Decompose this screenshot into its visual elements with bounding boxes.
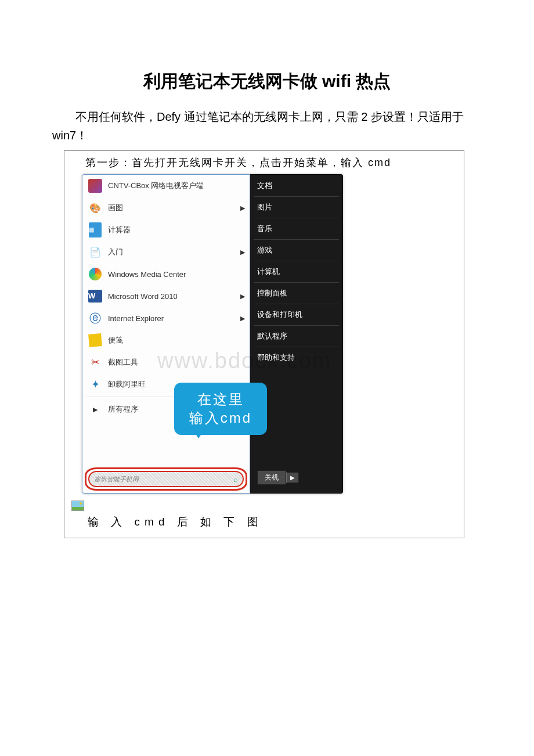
program-label: 截图工具 [108,357,138,368]
submenu-arrow-icon: ▶ [240,249,245,256]
right-item-devices[interactable]: 设备和打印机 [250,306,342,323]
right-item-help[interactable]: 帮助和支持 [250,349,342,366]
caption-text: 输 入 cmd 后 如 下 图 [64,511,464,530]
right-item-pictures[interactable]: 图片 [250,199,342,216]
right-item-documents[interactable]: 文档 [250,177,342,195]
separator [254,261,339,261]
program-label: 画图 [108,203,123,213]
search-icon: ⌕ [233,475,238,484]
separator [254,304,339,304]
program-label: 计算器 [108,225,131,235]
program-label: 入门 [108,247,123,257]
figure-box: 第一步：首先打开无线网卡开关，点击开始菜单，输入 cmd www.bdocx.c… [64,150,464,538]
program-item[interactable]: ✂ 截图工具 [82,351,250,373]
media-center-icon [87,266,103,282]
start-menu-left-pane: CNTV-CBox 网络电视客户端 🎨 画图 ▶ ▦ 计算器 📄 入门 ▶ [82,174,250,494]
separator [254,196,339,197]
shutdown-expand-button[interactable]: ▶ [286,472,299,483]
right-item-default-programs[interactable]: 默认程序 [250,327,342,345]
expand-arrow-icon: ▶ [87,401,103,417]
program-item[interactable]: ▦ 计算器 [82,219,250,241]
calculator-icon: ▦ [87,222,103,238]
snipping-tool-icon: ✂ [87,354,103,370]
annotation-bubble: 在这里 输入cmd [174,383,267,435]
program-label: CNTV-CBox 网络电视客户端 [108,181,204,191]
search-input[interactable]: 塞班智能手机网 ⌕ [88,471,244,487]
start-menu-screenshot: www.bdocx.com CNTV-CBox 网络电视客户端 🎨 画图 ▶ ▦… [82,174,343,494]
program-label: Windows Media Center [108,270,186,279]
separator [254,218,339,218]
program-item[interactable]: CNTV-CBox 网络电视客户端 [82,175,250,197]
separator [254,282,339,283]
program-item[interactable]: ⓔ Internet Explorer ▶ [82,307,250,329]
right-item-computer[interactable]: 计算机 [250,263,342,280]
word-icon: W [87,288,103,304]
start-menu-right-pane: 文档 图片 音乐 游戏 计算机 控制面板 设备和打印机 默认程序 帮助和支持 关… [250,174,343,494]
bubble-line-2: 输入cmd [189,409,252,427]
separator [254,325,339,326]
right-item-control-panel[interactable]: 控制面板 [250,285,342,302]
cntv-icon [87,178,103,194]
ie-icon: ⓔ [87,310,103,326]
getting-started-icon: 📄 [87,244,103,260]
program-label: Internet Explorer [108,314,164,323]
program-item[interactable]: W Microsoft Word 2010 ▶ [82,285,250,307]
program-item[interactable]: 便笺 [82,329,250,351]
separator [254,347,339,347]
program-label: Microsoft Word 2010 [108,292,178,301]
right-item-games[interactable]: 游戏 [250,242,342,259]
sticky-notes-icon [87,332,103,348]
program-label: 卸载阿里旺 [108,379,146,390]
bubble-line-1: 在这里 [197,390,244,409]
image-placeholder-icon [71,501,84,511]
submenu-arrow-icon: ▶ [240,293,245,300]
page-title: 利用笔记本无线网卡做 wifi 热点 [52,70,482,93]
program-label: 便笺 [108,335,123,345]
program-item[interactable]: 🎨 画图 ▶ [82,197,250,219]
separator [254,239,339,240]
shutdown-row: 关机 ▶ [250,465,342,493]
intro-paragraph: 不用任何软件，Defy 通过笔记本的无线网卡上网，只需 2 步设置！只适用于 w… [52,107,482,145]
submenu-arrow-icon: ▶ [240,204,245,212]
search-row: 塞班智能手机网 ⌕ [82,465,250,493]
submenu-arrow-icon: ▶ [240,315,245,322]
program-item[interactable]: Windows Media Center [82,263,250,285]
program-item[interactable]: 📄 入门 ▶ [82,241,250,263]
paint-icon: 🎨 [87,200,103,216]
search-placeholder: 塞班智能手机网 [94,475,233,484]
right-item-music[interactable]: 音乐 [250,220,342,237]
step-1-text: 第一步：首先打开无线网卡开关，点击开始菜单，输入 cmd [64,151,464,174]
uninstall-icon: ✦ [87,376,103,393]
all-programs-label: 所有程序 [108,404,138,415]
shutdown-button[interactable]: 关机 [257,470,286,485]
